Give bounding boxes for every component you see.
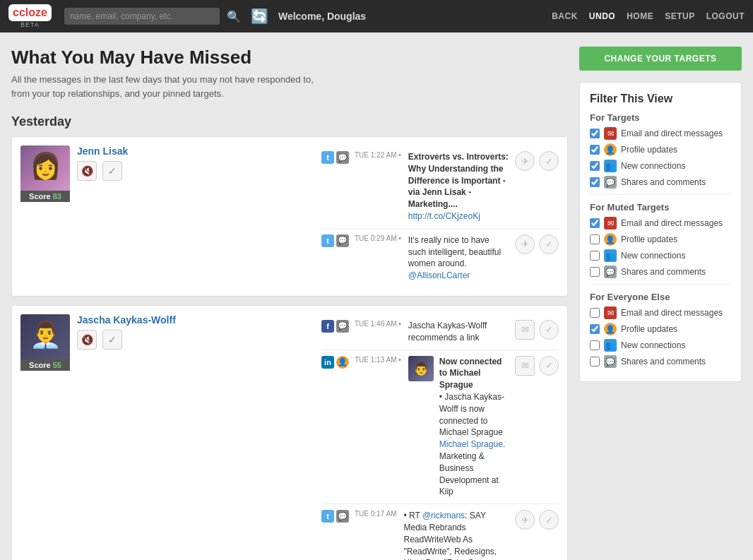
beta-badge: BETA <box>20 21 40 28</box>
send-button[interactable]: ✈ <box>515 510 535 530</box>
twitter-icon: t <box>321 234 334 247</box>
checkbox-targets-profile[interactable] <box>590 145 600 155</box>
msg-content: • RT @rickmans: SAY Media Rebrands ReadW… <box>403 510 509 560</box>
msg-link[interactable]: Michael Sprague <box>439 439 503 449</box>
person-name-jascha[interactable]: Jascha Kaykas-Wolff <box>77 314 314 326</box>
filter-item[interactable]: 💬 Shares and comments <box>590 266 731 278</box>
filter-item[interactable]: 👤 Profile updates <box>590 233 731 246</box>
message-item: t 💬 TUE 0:17 AM • RT @rickmans: SAY Medi… <box>321 504 559 560</box>
check-icon-person[interactable]: ✓ <box>102 161 122 181</box>
mail-button[interactable]: ✉ <box>515 320 535 340</box>
filter-item[interactable]: 👤 Profile updates <box>590 143 731 156</box>
filter-item[interactable]: 👥 New connections <box>590 249 731 262</box>
person-actions-jenn: 🔇 ✓ <box>77 161 314 181</box>
msg-content: Jascha Kaykas-Wolff recommends a link <box>408 320 509 344</box>
done-button[interactable]: ✓ <box>539 510 559 530</box>
content-area: What You May Have Missed All the message… <box>11 47 568 560</box>
profile-filter-icon: 👤 <box>604 323 617 335</box>
search-input[interactable] <box>64 8 220 25</box>
done-button[interactable]: ✓ <box>539 151 559 171</box>
person-name-jenn[interactable]: Jenn Lisak <box>77 145 314 157</box>
filter-item[interactable]: ✉ Email and direct messages <box>590 217 731 230</box>
nav-home[interactable]: HOME <box>627 11 653 21</box>
checkbox-muted-connections[interactable] <box>590 251 600 261</box>
chat-icon: 💬 <box>336 320 349 333</box>
profile-filter-icon: 👤 <box>604 233 617 246</box>
filter-divider <box>590 284 731 285</box>
filter-label: Profile updates <box>621 324 677 334</box>
filter-item[interactable]: ✉ Email and direct messages <box>590 306 731 319</box>
filter-item[interactable]: 💬 Shares and comments <box>590 355 731 368</box>
checkbox-everyone-shares[interactable] <box>590 357 600 367</box>
message-item: t 💬 TUE 1:22 AM • Extroverts vs. Introve… <box>321 145 559 229</box>
checkbox-muted-shares[interactable] <box>590 267 600 277</box>
msg-handle[interactable]: @AllisonLCarter <box>408 270 470 280</box>
checkbox-everyone-email[interactable] <box>590 308 600 318</box>
check-icon-person[interactable]: ✓ <box>102 330 122 350</box>
filter-item[interactable]: 👥 New connections <box>590 339 731 352</box>
filter-item[interactable]: 👤 Profile updates <box>590 323 731 335</box>
done-button[interactable]: ✓ <box>539 356 559 376</box>
email-filter-icon: ✉ <box>604 127 617 140</box>
checkbox-everyone-profile[interactable] <box>590 324 600 334</box>
msg-handle[interactable]: @rickmans <box>422 511 465 520</box>
shares-filter-icon: 💬 <box>604 266 617 278</box>
msg-source-icons: in 👤 <box>321 356 349 369</box>
filter-divider <box>590 194 731 195</box>
msg-link[interactable]: http://t.co/CKjzeoKj <box>408 211 480 221</box>
filter-item[interactable]: ✉ Email and direct messages <box>590 127 731 140</box>
filter-label: New connections <box>621 251 685 261</box>
shares-filter-icon: 💬 <box>604 355 617 368</box>
logo: ccloze BETA <box>8 4 52 28</box>
chat-icon: 💬 <box>336 234 349 247</box>
done-button[interactable]: ✓ <box>539 234 559 254</box>
done-button[interactable]: ✓ <box>539 320 559 340</box>
filter-item[interactable]: 👥 New connections <box>590 160 731 172</box>
mini-avatar: 👨 <box>408 356 434 381</box>
mail-button[interactable]: ✉ <box>515 356 535 376</box>
mute-icon[interactable]: 🔇 <box>77 161 97 181</box>
msg-time: TUE 0:17 AM <box>355 510 396 518</box>
person-info-jascha: Jascha Kaykas-Wolff 🔇 ✓ <box>77 314 314 350</box>
msg-actions: ✈ ✓ <box>515 510 559 530</box>
checkbox-targets-shares[interactable] <box>590 177 600 187</box>
filter-label: Profile updates <box>621 145 677 155</box>
connections-filter-icon: 👥 <box>604 249 617 262</box>
send-button[interactable]: ✈ <box>515 234 535 254</box>
person-row-jascha: Score 55 Jascha Kaykas-Wolff 🔇 ✓ f 💬 <box>20 314 559 560</box>
filter-group-targets: For Targets <box>590 112 731 123</box>
filter-label: Email and direct messages <box>621 218 723 228</box>
msg-time: TUE 1:22 AM • <box>355 151 401 159</box>
filter-label: Shares and comments <box>621 177 706 187</box>
filter-label: New connections <box>621 161 685 171</box>
shares-filter-icon: 💬 <box>604 176 617 189</box>
msg-time: TUE 0:29 AM • <box>355 234 401 242</box>
person-icon: 👤 <box>336 356 349 369</box>
nav-undo[interactable]: UNDO <box>589 11 615 21</box>
msg-content: Now connected to Michael Sprague • Jasch… <box>439 356 509 499</box>
checkbox-targets-email[interactable] <box>590 129 600 138</box>
checkbox-muted-profile[interactable] <box>590 234 600 244</box>
twitter-icon: t <box>321 510 334 523</box>
msg-actions: ✉ ✓ <box>515 356 559 376</box>
chat-icon: 💬 <box>336 510 349 523</box>
filter-label: Email and direct messages <box>621 129 723 138</box>
msg-time: TUE 1:46 AM • <box>355 320 401 328</box>
msg-source-icons: t 💬 <box>321 151 349 164</box>
filter-item[interactable]: 💬 Shares and comments <box>590 176 731 189</box>
checkbox-muted-email[interactable] <box>590 218 600 228</box>
nav-setup[interactable]: SETUP <box>665 11 695 21</box>
message-item: in 👤 TUE 1:13 AM • 👨 Now connected to Mi… <box>321 350 559 505</box>
filter-label: Email and direct messages <box>621 308 723 318</box>
search-button[interactable]: 🔍 <box>227 10 241 23</box>
send-button[interactable]: ✈ <box>515 151 535 171</box>
filter-group-muted: For Muted Targets <box>590 202 731 213</box>
checkbox-everyone-connections[interactable] <box>590 340 600 350</box>
nav-back[interactable]: BACK <box>552 11 578 21</box>
email-filter-icon: ✉ <box>604 217 617 230</box>
mute-icon[interactable]: 🔇 <box>77 330 97 350</box>
checkbox-targets-connections[interactable] <box>590 161 600 171</box>
sync-icon: 🔄 <box>251 8 268 25</box>
nav-logout[interactable]: LOGOUT <box>706 11 745 21</box>
change-targets-button[interactable]: CHANGE YOUR TARGETS <box>579 47 742 71</box>
